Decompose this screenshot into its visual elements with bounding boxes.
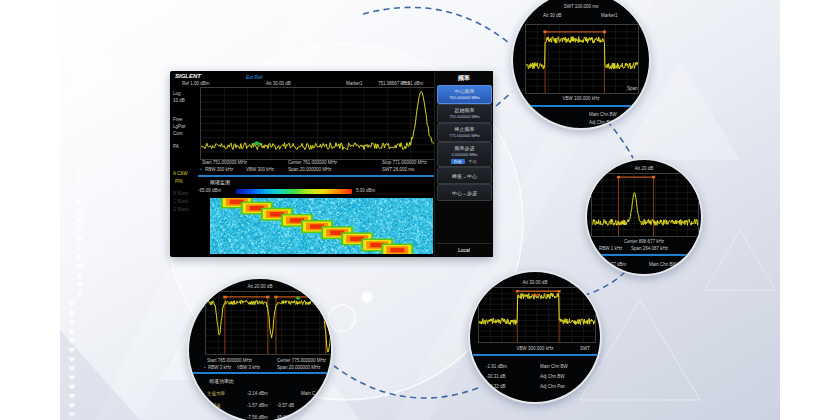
colorbar-max: 5.00 dBm [356,188,375,193]
c1-separator [527,105,647,107]
menu-divider [437,243,491,244]
c4-row2-v1: -1.57 dBm [247,403,268,408]
trace-a-tag: A C&W [173,171,188,176]
c4-row1-label: 主道功率 [207,391,225,396]
main-spectrum-graticule [200,87,435,160]
c2-span: Span 264.087 kHz [631,246,668,251]
trigger-label: Free [173,117,182,122]
c3-row2-value: -30.31 dB [486,374,506,379]
c3-swt: SWT [580,346,590,351]
c1-marker: Marker1 [601,13,618,18]
rbw-label: RBW 300 kHz [205,167,233,172]
c4-start-freq: Start 765.000000 MHz [207,358,252,363]
trace-d-tag: D Blank [173,207,189,212]
c1-vbw: VBW 100.000 kHz [513,96,649,101]
c3-row2-label: Adj Chn BW [540,374,565,379]
c3-separator [470,354,600,356]
c4-row2-v2: -0.57 dB [277,403,294,408]
promo-stage: SIGLENT Ext Ref Ref 1.00 dBm Att 30.00 d… [0,0,840,420]
scale-type-label: Log [173,91,181,96]
siglent-logo: SIGLENT [175,73,201,80]
softkey-menu: 频率 中心频率 761.000000 MHz 起始频率 751.000000 M… [434,71,493,257]
auto-manual-toggle[interactable]: 自动 手动 [438,159,491,164]
menu-freq-step-button[interactable]: 频率步进 2.000000 MHz 自动 手动 [437,142,492,167]
waterfall-display [210,198,433,254]
scale-div-label: 10 dB [173,98,185,103]
c3-row3-label: Adj Chn Pwr [540,384,565,389]
c4-rbw-bullet: • [204,365,206,370]
menu-peak-to-center-button[interactable]: 峰值→中心 [437,167,492,184]
c3-graticule [478,287,596,343]
stop-freq: Stop 771.000000 MHz [382,160,427,165]
c1-result-main-chn-bw: Main Chn BW [589,112,617,117]
c2-graticule [591,173,699,237]
callout-circle-cw-peak: Att 20 dB Span Center 898.677 kHz RBW 1 … [585,158,703,276]
preamp-label: PA [173,144,179,149]
attenuation: Att 30.00 dB [266,81,291,86]
ref-level: Ref 1.00 dBm [182,81,210,86]
local-button[interactable]: Local [435,247,493,253]
c3-row1-value: -1.91 dBm [486,364,507,369]
swt-label: SWT 26.000 ms [382,167,414,172]
c4-separator [193,372,329,374]
center-freq: Center 761.000000 MHz [288,160,337,165]
callout-circle-channel-power: Att 30.00 dB Marker1 VBW 300.000 kHz SWT… [468,270,602,404]
c4-measure-title: 邻道功率比 [209,378,234,384]
c4-row1-v1: -2.14 dBm [247,391,268,396]
callout-circle-acpr: Att 20.00 dB Start 765.000000 MHz Center… [187,277,333,420]
rbw-bullet: • [200,167,202,172]
start-freq: Start 751.000000 MHz [202,160,247,165]
span-label: Span 20.000000 MHz [288,167,332,172]
c1-att: Att 30 dB [543,13,562,18]
trace-b-tag: B Blank [173,191,189,196]
ext-ref-label: Ext Ref [246,74,262,80]
c4-span: Span 20.000000 MHz [277,365,321,370]
trace-c-tag: C Blank [173,199,189,204]
c2-result-main-chn-bw: Main Chn BW [649,262,677,267]
c4-rbw: RBW 3 kHz [208,365,231,370]
c4-graticule [205,291,333,355]
c1-span-label: Span [627,86,638,91]
detector-label: LgPwr [173,124,186,129]
c4-vbw: VBW 3 kHz [237,365,260,370]
menu-start-freq-button[interactable]: 起始频率 751.000000 MHz [437,104,492,123]
c4-center-freq: Center 775.000000 MHz [277,358,326,363]
analyzer-main-screen: SIGLENT Ext Ref Ref 1.00 dBm Att 30.00 d… [170,71,493,257]
c1-graticule [525,24,639,94]
menu-stop-freq-button[interactable]: 终止频率 771.000000 MHz [437,123,492,142]
sweep-label: Cont [173,131,183,136]
marker-amp: -75.91 dBm [400,81,423,86]
trace-a-mode: P/N [175,179,183,184]
separator-line [198,175,435,177]
vbw-label: VBW 300 kHz [246,167,274,172]
menu-title: 频率 [435,75,493,82]
menu-center-freq-button[interactable]: 中心频率 761.000000 MHz [437,85,492,104]
c4-row3-v1: -7.56 dBm [247,415,268,420]
colorbar-gradient [236,189,352,194]
c2-rbw: RBW 1 kHz [599,246,622,251]
c4-row1-right: Main C [301,391,315,396]
colorbar-min: -65.00 dBm [198,188,221,193]
menu-center-to-step-button[interactable]: 中心→步进 [437,184,492,201]
c3-row1-label: Main Chn BW [540,364,568,369]
c2-separator [587,254,701,256]
marker-label: Marker1 [346,81,363,86]
monitor-title: 频谱监测 [210,179,230,185]
c2-center-freq: Center 898.677 kHz [587,239,701,244]
